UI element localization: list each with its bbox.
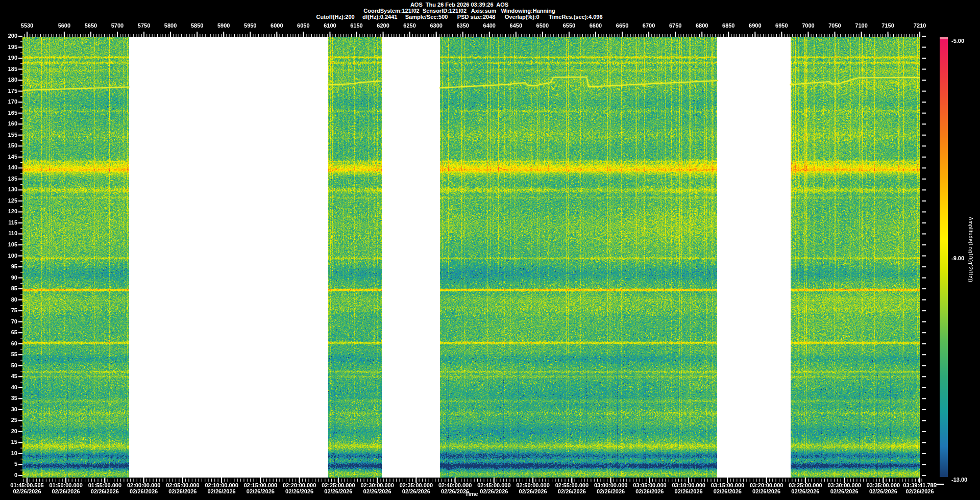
time-tick-label: 03:35:00.00002/26/2026: [867, 483, 900, 494]
freq-tick-label: 75: [0, 307, 17, 313]
record-tick-label: 5530: [21, 22, 33, 29]
freq-tick-label: 0: [0, 472, 17, 478]
time-tick-label: 01:45:00.50502/26/2026: [10, 483, 43, 494]
time-tick-label: 03:10:00.00002/26/2026: [672, 483, 705, 494]
record-tick-label: 6750: [669, 22, 681, 29]
freq-tick-label: 55: [0, 351, 17, 357]
freq-tick-label: 80: [0, 296, 17, 303]
freq-tick-label: 125: [0, 197, 17, 204]
freq-tick-label: 45: [0, 373, 17, 379]
record-tick-label: 6900: [749, 22, 761, 29]
freq-tick-label: 140: [0, 164, 17, 170]
record-tick-label: 5800: [164, 22, 177, 29]
record-tick-label: 7150: [881, 22, 894, 29]
record-tick-label: 7210: [914, 22, 926, 29]
freq-tick-label: 105: [0, 241, 17, 247]
freq-tick-label: 195: [0, 44, 17, 50]
freq-tick-label: 120: [0, 208, 17, 214]
record-tick-label: 6200: [377, 22, 389, 29]
spectrogram-plot[interactable]: [22, 37, 920, 478]
record-tick-label: 6650: [616, 22, 628, 29]
time-tick-label: 02:25:00.00002/26/2026: [322, 483, 355, 494]
freq-tick-label: 155: [0, 132, 17, 138]
record-tick-label: 6350: [456, 22, 469, 29]
header-params-line1: CoordSystem:121f02 SensorID:121f02 Axis:…: [0, 8, 919, 14]
record-tick-label: 6250: [403, 22, 415, 29]
time-tick-label: 02:55:00.00002/26/2026: [555, 483, 589, 494]
record-tick-label: 5750: [138, 22, 150, 29]
freq-tick-label: 110: [0, 230, 17, 236]
colorbar-tick-label: -9.00: [951, 255, 964, 261]
record-tick-label: 7000: [802, 22, 814, 29]
freq-tick-label: 135: [0, 176, 17, 182]
freq-tick-label: 190: [0, 55, 17, 61]
record-tick-label: 5950: [244, 22, 256, 29]
freq-tick-label: 175: [0, 88, 17, 94]
freq-tick-label: 5: [0, 461, 17, 467]
time-tick-label: 02:20:00.00002/26/2026: [283, 483, 316, 494]
record-tick-label: 6000: [271, 22, 283, 29]
freq-tick-label: 165: [0, 110, 17, 116]
freq-tick-label: 150: [0, 142, 17, 148]
colorbar-tick-label: -13.00: [951, 477, 967, 483]
freq-tick-label: 100: [0, 253, 17, 259]
time-tick-label: 02:10:00.00002/26/2026: [205, 483, 238, 494]
freq-tick-label: 115: [0, 219, 17, 226]
freq-tick-label: 185: [0, 66, 17, 72]
time-tick-label: 01:50:00.00002/26/2026: [49, 483, 82, 494]
time-tick-label: 03:20:00.00002/26/2026: [750, 483, 783, 494]
time-tick-label: 02:50:00.00002/26/2026: [516, 483, 549, 494]
freq-tick-label: 60: [0, 340, 17, 346]
record-tick-label: 6500: [536, 22, 549, 29]
freq-tick-label: 10: [0, 450, 17, 456]
freq-tick-label: 65: [0, 329, 17, 335]
colorbar-axis-label: Amplitude(Log10(g^2/Hz)): [968, 217, 973, 282]
freq-tick-label: 200: [0, 33, 17, 39]
record-tick-label: 6600: [590, 22, 602, 29]
freq-tick-label: 95: [0, 263, 17, 269]
freq-tick-label: 130: [0, 186, 17, 192]
freq-tick-label: 20: [0, 428, 17, 434]
freq-tick-label: 170: [0, 98, 17, 105]
freq-tick-label: 15: [0, 439, 17, 445]
time-tick-label: 02:05:00.00002/26/2026: [166, 483, 199, 494]
colorbar-end-tick: [936, 484, 944, 485]
record-tick-label: 6050: [297, 22, 309, 29]
record-tick-label: 6550: [563, 22, 575, 29]
freq-tick-label: 40: [0, 384, 17, 390]
colorbar-saturation-cap: [940, 37, 948, 39]
freq-tick-label: 90: [0, 274, 17, 281]
time-tick-label: 03:15:00.00002/26/2026: [711, 483, 744, 494]
record-tick-label: 7050: [828, 22, 841, 29]
freq-tick-label: 70: [0, 318, 17, 324]
time-tick-label: 03:30:00.00002/26/2026: [827, 483, 861, 494]
freq-tick-label: 30: [0, 406, 17, 412]
record-tick-label: 6100: [324, 22, 336, 29]
window-title: AOS Thu 26 Feb 2026 03:39:26 AOS: [0, 2, 919, 8]
record-tick-label: 6400: [483, 22, 496, 29]
record-tick-label: 5900: [217, 22, 230, 29]
record-tick-label: 5600: [58, 22, 70, 29]
freq-tick-label: 180: [0, 77, 17, 83]
record-tick-label: 6300: [430, 22, 442, 29]
record-tick-label: 6700: [643, 22, 655, 29]
freq-tick-label: 145: [0, 154, 17, 160]
colorbar: [940, 37, 948, 477]
record-tick-label: 6850: [722, 22, 734, 29]
record-tick-label: 5850: [191, 22, 203, 29]
colorbar-tick-label: -5.00: [951, 38, 964, 44]
record-tick-label: 6950: [775, 22, 788, 29]
time-tick-label: 02:00:00.00002/26/2026: [127, 483, 160, 494]
record-tick-label: 5650: [85, 22, 97, 29]
freq-tick-label: 160: [0, 120, 17, 127]
record-tick-label: 6800: [696, 22, 708, 29]
freq-tick-label: 35: [0, 395, 17, 401]
header-params-line2: Cutoff(Hz):200 df(Hz):0.2441 Sample/Sec:…: [0, 14, 919, 20]
time-tick-label: 02:15:00.00002/26/2026: [244, 483, 277, 494]
freq-tick-label: 25: [0, 417, 17, 423]
time-tick-label: 02:35:00.00002/26/2026: [400, 483, 433, 494]
freq-tick-label: 50: [0, 362, 17, 368]
record-tick-label: 6150: [350, 22, 362, 29]
spectrogram-app: AOS Thu 26 Feb 2026 03:39:26 AOS CoordSy…: [0, 0, 980, 500]
time-tick-label: 03:00:00.00002/26/2026: [594, 483, 627, 494]
